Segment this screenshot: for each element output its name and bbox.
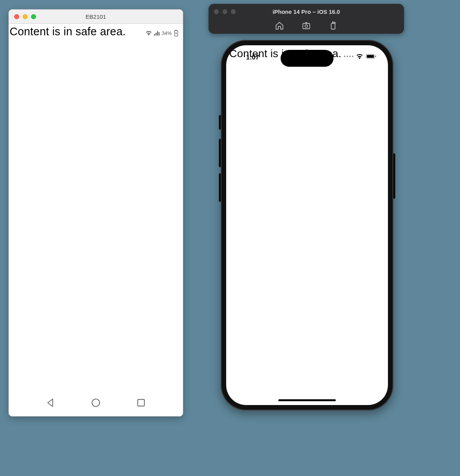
svg-rect-1 (176, 30, 177, 31)
battery-percent-label: 34% (162, 30, 172, 36)
cellular-icon (344, 56, 353, 57)
svg-rect-6 (331, 23, 335, 29)
zoom-icon[interactable] (31, 14, 36, 19)
toolbar-window-controls (214, 9, 236, 14)
dynamic-island (281, 50, 334, 67)
home-button[interactable] (91, 398, 101, 408)
close-icon[interactable] (214, 9, 219, 14)
svg-rect-9 (375, 56, 376, 58)
android-emulator-window: EB2101 Content is in safe area. 34% (8, 9, 183, 417)
screenshot-button[interactable] (302, 21, 311, 30)
battery-icon (174, 30, 178, 36)
window-controls (14, 14, 36, 19)
iphone-screen: Content is in safe area. 1:07 (226, 45, 388, 405)
close-icon[interactable] (14, 14, 19, 19)
iphone-simulator: Content is in safe area. 1:07 (221, 40, 393, 410)
svg-rect-3 (138, 399, 144, 406)
minimize-icon[interactable] (23, 14, 28, 19)
svg-point-5 (305, 25, 308, 28)
zoom-icon[interactable] (231, 9, 236, 14)
rotate-button[interactable] (329, 21, 338, 30)
status-time: 1:07 (246, 54, 259, 61)
back-button[interactable] (46, 398, 56, 408)
ios-status-bar-right (344, 54, 376, 59)
android-screen: Content is in safe area. 34% (9, 24, 183, 416)
signal-icon (154, 31, 159, 36)
iphone-frame: Content is in safe area. 1:07 (221, 40, 393, 410)
app-content-text: Content is in safe area. (10, 25, 126, 38)
svg-rect-4 (303, 23, 310, 29)
home-button[interactable] (275, 21, 284, 30)
wifi-icon (356, 54, 363, 59)
ios-simulator-toolbar: iPhone 14 Pro – iOS 16.0 (209, 4, 404, 34)
android-nav-bar (9, 389, 183, 416)
android-status-bar-right: 34% (146, 30, 178, 36)
svg-point-2 (92, 399, 100, 407)
toolbar-title: iPhone 14 Pro – iOS 16.0 (209, 8, 404, 15)
wifi-icon (146, 31, 152, 36)
svg-rect-8 (367, 55, 374, 58)
battery-icon (366, 54, 376, 59)
minimize-icon[interactable] (222, 9, 227, 14)
android-titlebar: EB2101 (9, 10, 183, 24)
home-indicator[interactable] (278, 399, 336, 401)
overview-button[interactable] (136, 398, 146, 408)
